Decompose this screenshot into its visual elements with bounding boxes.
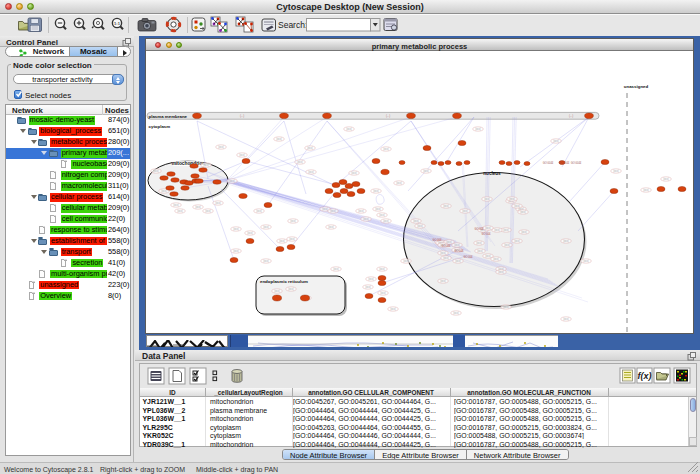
svg-text:(xxx): (xxx) (514, 239, 520, 243)
svg-text:(xxx): (xxx) (443, 204, 449, 208)
svg-text:(xxx): (xxx) (663, 177, 669, 181)
svg-text:(xxx): (xxx) (288, 287, 294, 291)
svg-text:unassigned: unassigned (624, 84, 649, 89)
svg-text:(xxx): (xxx) (440, 279, 446, 283)
svg-text:GO:004: GO:004 (481, 232, 491, 236)
svg-text:(xxx): (xxx) (509, 197, 515, 201)
svg-text:GO:004: GO:004 (454, 249, 464, 253)
svg-text:(xxx): (xxx) (328, 225, 334, 229)
svg-text:(...): (...) (240, 114, 244, 118)
svg-text:(xxx): (xxx) (239, 153, 245, 157)
svg-text:(xxx): (xxx) (440, 251, 446, 255)
svg-text:(xxx): (xxx) (476, 241, 482, 245)
svg-text:(xxx): (xxx) (263, 259, 269, 263)
svg-text:(xxx): (xxx) (153, 169, 159, 173)
svg-text:cytoplasm: cytoplasm (149, 124, 171, 129)
svg-text:(xxx): (xxx) (503, 228, 509, 232)
svg-text:(xxx): (xxx) (308, 170, 314, 174)
svg-text:(xxx): (xxx) (443, 256, 449, 260)
svg-text:(xxx): (xxx) (613, 169, 619, 173)
svg-text:(xxx): (xxx) (203, 163, 209, 167)
svg-text:(xxx): (xxx) (563, 317, 569, 321)
svg-text:(xxx): (xxx) (274, 289, 280, 293)
svg-text:(xxx): (xxx) (161, 189, 167, 193)
svg-text:(xxx): (xxx) (521, 230, 527, 234)
svg-text:GO:0044: GO:0044 (571, 161, 582, 165)
svg-text:(xxx): (xxx) (485, 226, 491, 230)
svg-text:(xxx): (xxx) (365, 285, 371, 289)
svg-text:(xxx): (xxx) (514, 204, 520, 208)
svg-text:(xxx): (xxx) (363, 217, 369, 221)
svg-text:(xxx): (xxx) (290, 219, 296, 223)
svg-text:(xxx): (xxx) (403, 259, 409, 263)
svg-text:GO:004: GO:004 (463, 255, 473, 259)
svg-text:(xxx): (xxx) (453, 311, 459, 315)
svg-text:(xxx): (xxx) (477, 249, 483, 253)
svg-text:Search:: Search: (278, 20, 307, 30)
svg-text:(xxx): (xxx) (205, 209, 211, 213)
svg-text:(xxx): (xxx) (233, 249, 239, 253)
svg-text:(xxx): (xxx) (520, 210, 526, 214)
svg-text:(xxx): (xxx) (358, 209, 364, 213)
svg-text:GO:0044: GO:0044 (559, 161, 570, 165)
svg-text:(xxx): (xxx) (503, 305, 509, 309)
svg-text:(xxx): (xxx) (375, 207, 381, 211)
svg-text:(xxx): (xxx) (276, 137, 282, 141)
svg-text:(xxx): (xxx) (173, 203, 179, 207)
svg-text:(xxx): (xxx) (322, 207, 328, 211)
svg-text:(xxx): (xxx) (379, 213, 385, 217)
svg-text:(xxx): (xxx) (498, 270, 504, 274)
svg-text:(xxx): (xxx) (383, 219, 389, 223)
svg-text:(xxx): (xxx) (368, 277, 374, 281)
svg-text:GO:004: GO:004 (441, 244, 451, 248)
svg-text:(xxx): (xxx) (346, 127, 352, 131)
svg-text:(xxx): (xxx) (417, 224, 423, 228)
svg-text:(...): (...) (386, 114, 390, 118)
svg-text:(xxx): (xxx) (462, 209, 468, 213)
svg-text:(xxx): (xxx) (215, 201, 221, 205)
svg-text:(xxx): (xxx) (307, 146, 313, 150)
svg-text:(xxx): (xxx) (583, 259, 589, 263)
svg-text:(xxx): (xxx) (423, 169, 429, 173)
svg-text:1:1: 1:1 (114, 21, 121, 26)
svg-text:GO:004: GO:004 (474, 227, 484, 231)
svg-text:(xxx): (xxx) (455, 259, 461, 263)
svg-text:(xxx): (xxx) (333, 267, 339, 271)
svg-text:(xxx): (xxx) (563, 239, 569, 243)
svg-text:(xxx): (xxx) (195, 205, 201, 209)
svg-text:(xxx): (xxx) (396, 181, 402, 185)
svg-text:(xxx): (xxx) (493, 257, 499, 261)
svg-text:(xxx): (xxx) (553, 139, 559, 143)
svg-text:(xxx): (xxx) (256, 209, 262, 213)
svg-text:(xxx): (xxx) (643, 188, 649, 192)
svg-text:(xxx): (xxx) (279, 239, 285, 243)
svg-text:(xxx): (xxx) (330, 209, 336, 213)
svg-text:(xxx): (xxx) (351, 171, 357, 175)
svg-text:(xxx): (xxx) (454, 243, 460, 247)
svg-text:GO:004: GO:004 (432, 238, 442, 242)
svg-text:(xxx): (xxx) (383, 147, 389, 151)
svg-text:endoplasmic reticulum: endoplasmic reticulum (260, 279, 308, 284)
svg-text:(xxx): (xxx) (484, 197, 490, 201)
svg-text:(xxx): (xxx) (263, 225, 269, 229)
svg-text:(...): (...) (569, 114, 573, 118)
svg-text:(xxx): (xxx) (289, 237, 295, 241)
svg-text:(xxx): (xxx) (494, 228, 500, 232)
svg-text:(xxx): (xxx) (233, 227, 239, 231)
svg-text:(xxx): (xxx) (247, 231, 253, 235)
svg-text:GO:0044: GO:0044 (543, 161, 554, 165)
svg-text:(xxx): (xxx) (413, 219, 419, 223)
svg-text:(xxx): (xxx) (379, 267, 385, 271)
svg-text:plasma membrane: plasma membrane (149, 114, 188, 119)
svg-text:(xxx): (xxx) (390, 307, 396, 311)
svg-text:(xxx): (xxx) (504, 243, 510, 247)
svg-text:(xxx): (xxx) (297, 160, 303, 164)
svg-text:(xxx): (xxx) (380, 291, 386, 295)
svg-text:(xxx): (xxx) (373, 189, 379, 193)
svg-text:(xxx): (xxx) (485, 254, 491, 258)
svg-text:(xxx): (xxx) (475, 127, 481, 131)
svg-text:f(x): f(x) (638, 371, 652, 381)
svg-text:(xxx): (xxx) (218, 145, 224, 149)
svg-text:(xxx): (xxx) (177, 209, 183, 213)
svg-text:(xxx): (xxx) (229, 179, 235, 183)
